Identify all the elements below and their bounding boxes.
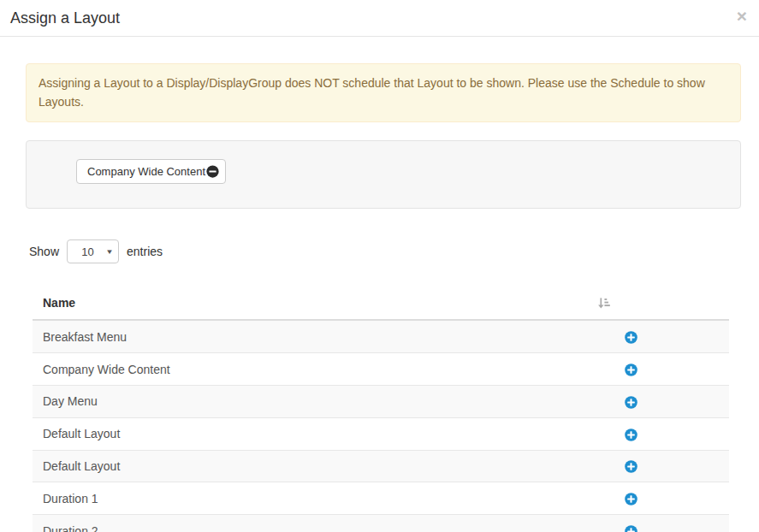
minus-circle-icon[interactable] — [206, 165, 219, 178]
layout-name-cell: Breakfast Menu — [33, 320, 587, 352]
layout-name-cell: Default Layout — [33, 450, 587, 482]
entries-per-page-select[interactable]: 10 — [67, 239, 119, 263]
layout-name-cell: Duration 1 — [33, 482, 587, 515]
layout-action-cell — [587, 353, 729, 386]
table-row: Duration 2 — [33, 515, 729, 532]
length-control: Show 10 ▼ entries — [29, 239, 759, 263]
layouts-table-wrap: Name — [33, 287, 729, 532]
plus-circle-icon[interactable] — [625, 525, 637, 532]
show-label: Show — [29, 245, 59, 258]
layout-name-cell: Day Menu — [33, 385, 587, 417]
assigned-layouts-panel: Company Wide Content — [26, 140, 741, 209]
column-header-name[interactable]: Name — [33, 287, 587, 320]
layout-action-cell — [587, 320, 729, 352]
plus-circle-icon[interactable] — [625, 429, 637, 441]
warning-alert-text: Assigning a Layout to a Display/DisplayG… — [39, 76, 705, 109]
layout-action-cell — [587, 515, 729, 532]
modal-header: Assign a Layout × — [0, 0, 759, 37]
layout-name-cell: Company Wide Content — [33, 353, 587, 386]
layout-action-cell — [587, 450, 729, 482]
table-row: Default Layout — [33, 417, 729, 450]
close-button[interactable]: × — [737, 7, 747, 25]
table-row: Company Wide Content — [33, 353, 729, 386]
layout-action-cell — [587, 482, 729, 515]
warning-alert: Assigning a Layout to a Display/DisplayG… — [26, 63, 741, 122]
close-icon: × — [737, 6, 747, 26]
plus-circle-icon[interactable] — [625, 493, 637, 505]
plus-circle-icon[interactable] — [625, 364, 637, 376]
table-row: Default Layout — [33, 450, 729, 482]
entries-label: entries — [127, 245, 163, 258]
table-row: Breakfast Menu — [33, 320, 729, 352]
sort-amount-icon — [597, 297, 610, 310]
plus-circle-icon[interactable] — [625, 331, 637, 344]
layout-action-cell — [587, 417, 729, 450]
layout-name-cell: Duration 2 — [33, 515, 587, 532]
plus-circle-icon[interactable] — [625, 396, 637, 409]
layout-name-cell: Default Layout — [33, 417, 587, 450]
column-header-actions[interactable] — [587, 287, 729, 320]
modal-title: Assign a Layout — [10, 9, 120, 27]
entries-select-wrap: 10 ▼ — [67, 239, 119, 263]
layout-action-cell — [587, 385, 729, 417]
table-row: Day Menu — [33, 385, 729, 417]
assigned-layout-chip: Company Wide Content — [76, 159, 226, 184]
assign-layout-modal: Assign a Layout × Assigning a Layout to … — [0, 0, 759, 532]
layouts-table: Name — [33, 287, 729, 532]
table-row: Duration 1 — [33, 482, 729, 515]
plus-circle-icon[interactable] — [625, 460, 637, 473]
table-header-row: Name — [33, 287, 729, 320]
assigned-layout-chip-label: Company Wide Content — [87, 165, 205, 178]
